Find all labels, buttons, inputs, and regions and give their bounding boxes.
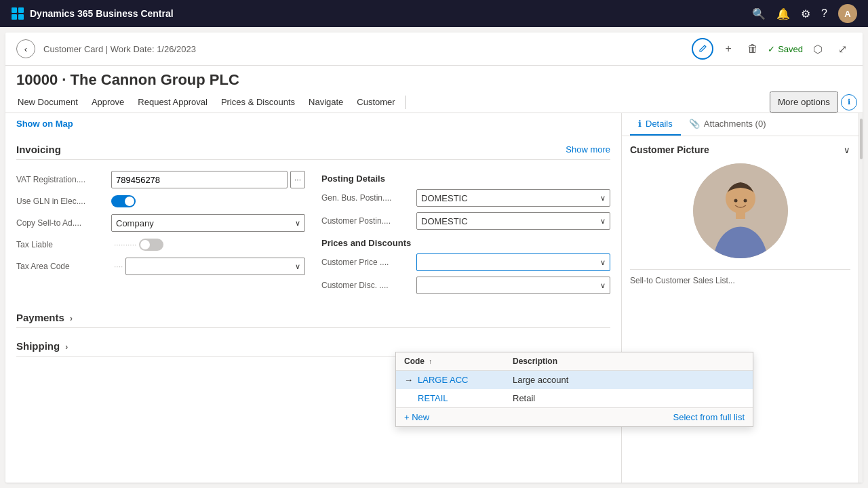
prices-and-discounts-label: Prices and Discounts [321,238,610,248]
description-column-header[interactable]: Description [513,357,745,366]
customer-price-select[interactable]: ∨ [416,253,610,271]
vat-registration-value: ··· [111,171,305,188]
open-new-window-button[interactable]: ⬡ [808,39,827,58]
gen-bus-chevron: ∨ [600,194,606,203]
customer-picture-image [693,163,788,258]
gen-bus-posting-select[interactable]: DOMESTIC ∨ [416,189,610,207]
delete-button[interactable]: 🗑 [743,39,762,58]
edit-button[interactable] [692,38,713,60]
posting-details-label: Posting Details [321,174,610,184]
customer-disc-row: Customer Disc. .... ∨ [321,274,610,297]
show-more-link[interactable]: Show more [566,144,610,155]
right-scrollbar[interactable] [859,113,863,483]
tax-area-dots: ···· [114,262,123,271]
info-button[interactable]: ℹ [841,94,857,110]
customer-disc-select[interactable]: ∨ [416,277,610,294]
tax-area-code-label: Tax Area Code [16,262,111,271]
vat-input-wrap: ··· [111,171,305,188]
ribbon-new-document[interactable]: New Document [11,93,85,111]
tax-area-code-value: ∨ [125,258,305,275]
back-button[interactable]: ‹ [16,39,35,58]
invoicing-section-header: Invoicing Show more [16,140,610,160]
dropdown-footer: + New Select from full list [396,407,753,426]
tax-liable-label: Tax Liable [16,240,111,249]
ribbon-approve[interactable]: Approve [85,93,131,111]
tax-liable-dots: ·········· [114,240,136,249]
customer-picture-chevron[interactable]: ∨ [844,145,850,155]
svg-point-7 [734,199,737,203]
customer-price-value: ∨ [416,253,610,271]
sell-to-label: Sell-to Customer Sales List... [630,276,735,285]
customer-posting-select[interactable]: DOMESTIC ∨ [416,212,610,230]
payments-section-header: Payments › [16,308,610,328]
right-content: Customer Picture ∨ [622,136,859,483]
ribbon-prices-discounts[interactable]: Prices & Discounts [214,93,302,111]
ribbon: New Document Approve Request Approval Pr… [5,92,863,113]
large-acc-code[interactable]: LARGE ACC [418,375,513,385]
search-icon[interactable]: 🔍 [752,7,766,20]
shipping-chevron[interactable]: › [65,342,68,352]
ribbon-customer[interactable]: Customer [350,93,401,111]
expand-button[interactable]: ⤢ [833,39,852,58]
customer-disc-value: ∨ [416,277,610,294]
dropdown-row-large-acc[interactable]: → LARGE ACC Large account [396,371,753,389]
notification-icon[interactable]: 🔔 [776,7,790,20]
tax-liable-row: Tax Liable ·········· [16,235,305,255]
tax-area-chevron: ∨ [295,262,300,271]
retail-code[interactable]: RETAIL [418,393,513,403]
show-on-map-link[interactable]: Show on Map [16,119,73,129]
svg-rect-3 [18,14,24,20]
add-button[interactable]: + [719,39,738,58]
customer-disc-chevron: ∨ [600,281,606,290]
dropdown-new-button[interactable]: + New [404,412,429,422]
copy-sell-to-label: Copy Sell-to Ad.... [16,218,111,228]
ribbon-request-approval[interactable]: Request Approval [131,93,214,111]
settings-icon[interactable]: ⚙ [801,7,810,20]
details-tab-icon: ℹ [638,119,642,129]
page-title-row: 10000 · The Cannon Group PLC [5,66,863,92]
payments-chevron[interactable]: › [70,314,73,323]
use-gln-value [111,195,305,207]
attachments-tab[interactable]: 📎 Attachments (0) [681,113,774,136]
dropdown-select-full-button[interactable]: Select from full list [673,412,745,422]
shipping-title: Shipping › [16,340,68,352]
topbar-icons: 🔍 🔔 ⚙ ? A [752,4,857,23]
subheader: ‹ Customer Card | Work Date: 1/26/2023 +… [5,33,863,66]
app-title: Dynamics 365 Business Central [30,8,174,19]
topbar: Dynamics 365 Business Central 🔍 🔔 ⚙ ? A [0,0,868,27]
svg-rect-1 [18,7,24,13]
gen-bus-posting-label: Gen. Bus. Postin.... [321,193,416,203]
ribbon-divider [405,96,406,109]
customer-price-row: Customer Price .... ∨ [321,251,610,274]
vat-ellipsis-button[interactable]: ··· [290,171,305,188]
customer-disc-label: Customer Disc. .... [321,281,416,290]
tax-area-code-select[interactable]: ∨ [125,258,305,275]
ribbon-navigate[interactable]: Navigate [302,93,350,111]
tax-liable-toggle[interactable] [139,239,163,251]
vat-registration-input[interactable] [111,171,288,188]
use-gln-toggle[interactable] [111,195,136,207]
sort-arrow: ↑ [429,358,432,365]
help-icon[interactable]: ? [821,7,827,20]
svg-rect-2 [12,14,17,20]
tax-area-code-row: Tax Area Code ···· ∨ [16,255,305,278]
gen-bus-posting-value: DOMESTIC ∨ [416,189,610,207]
invoicing-left-col: VAT Registration.... ··· Use GLN in Elec… [16,168,305,297]
customer-posting-label: Customer Postin.... [321,216,416,226]
details-tab[interactable]: ℹ Details [630,113,681,136]
dropdown-row-retail[interactable]: RETAIL Retail [396,389,753,407]
copy-sell-to-select[interactable]: Company ∨ [111,214,305,232]
payments-title: Payments › [16,312,73,323]
pencil-icon [698,44,707,54]
d365-logo-icon [11,7,24,20]
dropdown-header: Code ↑ Description [396,352,753,371]
right-panel: ℹ Details 📎 Attachments (0) Customer Pic… [621,113,859,483]
tax-liable-value [139,239,305,251]
avatar[interactable]: A [838,4,857,23]
customer-picture-header: Customer Picture ∨ [630,144,850,155]
ribbon-more-options[interactable]: More options [770,92,838,113]
code-column-header[interactable]: Code ↑ [404,357,513,366]
right-divider [630,269,850,270]
invoicing-form: VAT Registration.... ··· Use GLN in Elec… [16,168,610,297]
subheader-actions: + 🗑 ✓ Saved ⬡ ⤢ [692,38,852,60]
